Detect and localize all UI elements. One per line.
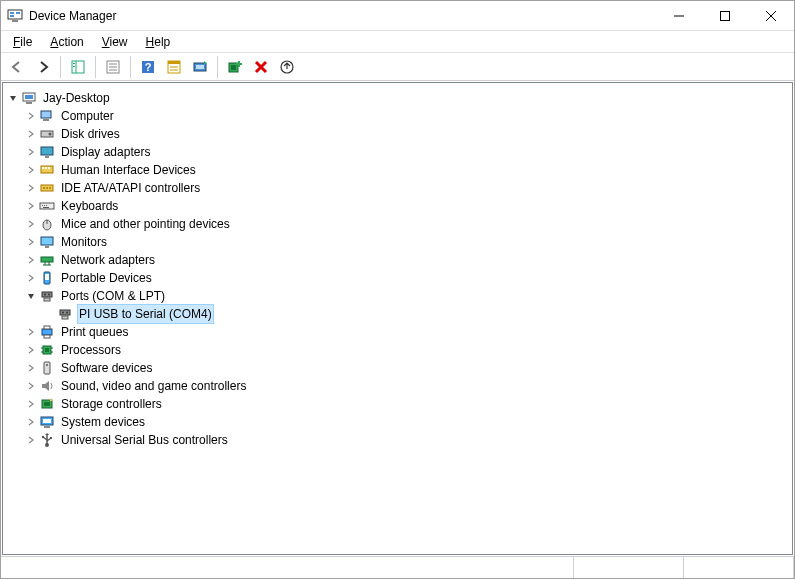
toolbar-update-button[interactable]	[275, 55, 299, 79]
tree-node-hid[interactable]: Human Interface Devices	[7, 161, 788, 179]
svg-rect-1	[10, 12, 14, 14]
menu-view-label: iew	[110, 35, 128, 49]
svg-rect-59	[45, 274, 49, 280]
tree-node-mice[interactable]: Mice and other pointing devices	[7, 215, 788, 233]
svg-point-44	[49, 187, 51, 189]
tree-node-ports-child[interactable]: PI USB to Serial (COM4)	[7, 305, 788, 323]
tree-node-disk-drives[interactable]: Disk drives	[7, 125, 788, 143]
svg-rect-2	[16, 12, 20, 14]
toolbar-hidden-button[interactable]	[162, 55, 186, 79]
chevron-right-icon[interactable]	[25, 362, 37, 374]
svg-rect-0	[8, 10, 22, 19]
menu-file[interactable]: File	[5, 33, 40, 51]
close-button[interactable]	[748, 1, 794, 31]
chevron-down-icon[interactable]	[7, 92, 19, 104]
tree-node-processors[interactable]: Processors	[7, 341, 788, 359]
tree-node-storage[interactable]: Storage controllers	[7, 395, 788, 413]
chevron-right-icon[interactable]	[25, 434, 37, 446]
menu-action[interactable]: Action	[42, 33, 91, 51]
tree-node-ide[interactable]: IDE ATA/ATAPI controllers	[7, 179, 788, 197]
svg-rect-80	[44, 402, 50, 406]
chevron-right-icon[interactable]	[25, 110, 37, 122]
svg-rect-24	[196, 65, 204, 69]
chevron-right-icon[interactable]	[25, 218, 37, 230]
toolbar-uninstall-button[interactable]	[249, 55, 273, 79]
toolbar-back-button[interactable]	[5, 55, 29, 79]
tree-node-print-queues[interactable]: Print queues	[7, 323, 788, 341]
keyboard-icon	[39, 198, 55, 214]
svg-rect-3	[10, 15, 14, 17]
svg-rect-49	[43, 207, 49, 208]
toolbar-properties-button[interactable]	[101, 55, 125, 79]
chevron-right-icon[interactable]	[25, 416, 37, 428]
minimize-button[interactable]	[656, 1, 702, 31]
toolbar-addlegacy-button[interactable]	[223, 55, 247, 79]
svg-rect-72	[45, 348, 49, 352]
usb-icon	[39, 432, 55, 448]
svg-rect-38	[42, 167, 44, 169]
tree-root[interactable]: Jay-Desktop	[7, 89, 788, 107]
statusbar	[1, 556, 794, 579]
port-icon	[39, 288, 55, 304]
tree-label: System devices	[59, 412, 147, 432]
chevron-right-icon[interactable]	[25, 254, 37, 266]
tree-root-label: Jay-Desktop	[41, 88, 112, 108]
svg-rect-77	[44, 362, 50, 374]
chevron-right-icon[interactable]	[25, 128, 37, 140]
menu-view[interactable]: View	[94, 33, 136, 51]
tree-node-network[interactable]: Network adapters	[7, 251, 788, 269]
chevron-right-icon[interactable]	[25, 182, 37, 194]
svg-rect-54	[41, 257, 53, 262]
chevron-right-icon[interactable]	[25, 344, 37, 356]
chevron-right-icon[interactable]	[25, 146, 37, 158]
app-icon	[7, 8, 23, 24]
toolbar-showtree-button[interactable]	[66, 55, 90, 79]
svg-rect-4	[12, 20, 18, 22]
menu-help[interactable]: Help	[138, 33, 179, 51]
chevron-right-icon[interactable]	[25, 236, 37, 248]
menu-action-label: ction	[58, 35, 83, 49]
svg-rect-64	[60, 310, 70, 315]
statusbar-cell	[1, 557, 574, 579]
toolbar-scan-button[interactable]	[188, 55, 212, 79]
svg-rect-69	[44, 326, 50, 329]
svg-rect-20	[168, 61, 180, 64]
chevron-right-icon[interactable]	[25, 200, 37, 212]
computer-icon	[21, 90, 37, 106]
titlebar: Device Manager	[1, 1, 794, 31]
ide-icon	[39, 180, 55, 196]
tree-node-system[interactable]: System devices	[7, 413, 788, 431]
svg-rect-31	[41, 111, 51, 118]
svg-rect-67	[62, 316, 68, 319]
window-title: Device Manager	[29, 9, 656, 23]
toolbar-forward-button[interactable]	[31, 55, 55, 79]
tree-label: Network adapters	[59, 250, 157, 270]
chevron-right-icon[interactable]	[25, 326, 37, 338]
chevron-right-icon[interactable]	[25, 380, 37, 392]
tree-node-monitors[interactable]: Monitors	[7, 233, 788, 251]
device-tree[interactable]: Jay-Desktop Computer Disk drives Display…	[2, 82, 793, 555]
tree-node-keyboards[interactable]: Keyboards	[7, 197, 788, 215]
tree-node-usb[interactable]: Universal Serial Bus controllers	[7, 431, 788, 449]
chevron-right-icon[interactable]	[25, 272, 37, 284]
svg-point-88	[42, 436, 44, 438]
tree-label: Print queues	[59, 322, 130, 342]
tree-label: Keyboards	[59, 196, 120, 216]
tree-node-computer[interactable]: Computer	[7, 107, 788, 125]
chevron-down-icon[interactable]	[25, 290, 37, 302]
toolbar-help-button[interactable]: ?	[136, 55, 160, 79]
tree-label: Display adapters	[59, 142, 152, 162]
svg-rect-47	[44, 205, 45, 206]
tree-label: Monitors	[59, 232, 109, 252]
tree-node-display-adapters[interactable]: Display adapters	[7, 143, 788, 161]
chevron-right-icon[interactable]	[25, 164, 37, 176]
tree-node-sound[interactable]: Sound, video and game controllers	[7, 377, 788, 395]
tree-node-portable[interactable]: Portable Devices	[7, 269, 788, 287]
svg-rect-89	[50, 437, 52, 439]
svg-rect-29	[25, 95, 33, 99]
tree-node-ports[interactable]: Ports (COM & LPT)	[7, 287, 788, 305]
tree-node-software-devices[interactable]: Software devices	[7, 359, 788, 377]
maximize-button[interactable]	[702, 1, 748, 31]
cpu-icon	[39, 342, 55, 358]
chevron-right-icon[interactable]	[25, 398, 37, 410]
